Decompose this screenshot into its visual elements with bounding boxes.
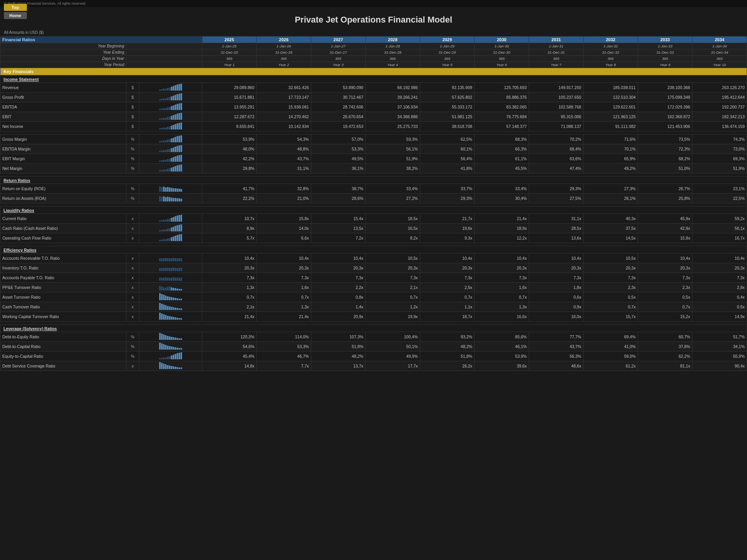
cell-9: 0,4x (692, 292, 747, 302)
subsection-header-row: Liquidity Ratios (0, 206, 747, 214)
year-header-2030: 2030 (474, 37, 529, 43)
cell-0: 1,3x (202, 283, 256, 292)
cell-9: 14,9x (692, 312, 747, 322)
home-button[interactable]: Home (4, 12, 27, 19)
cell-0: 29.089.860 (202, 83, 256, 93)
cell-2: 53,3% (311, 144, 365, 154)
year-period-row: Year Period Year 1 Year 2 Year 3 Year 4 … (0, 62, 747, 68)
row-chart (139, 312, 202, 322)
cell-7: 15,7x (583, 312, 638, 322)
cell-7: 7,3x (583, 273, 638, 283)
cell-4: 9,3x (420, 233, 474, 243)
cell-7: 132.510.304 (583, 93, 638, 102)
cell-5: 12,2x (474, 233, 529, 243)
row-label: Cash Turnover Ratio (0, 302, 126, 312)
cell-9: 69,3% (692, 154, 747, 164)
cell-5: 83.382.065 (474, 102, 529, 112)
cell-6: 71.088.137 (529, 122, 583, 131)
cell-3: 2,1x (365, 283, 420, 292)
cell-1: 6,6x (256, 233, 311, 243)
cell-6: 0,6x (529, 292, 583, 302)
cell-1: 31,1% (256, 164, 311, 173)
cell-4: 33,7% (420, 184, 474, 194)
row-chart (139, 112, 202, 122)
cell-6: 7,3x (529, 273, 583, 283)
row-label: Equity-to-Capital Ratio (0, 352, 126, 361)
year-header-2025: 2025 (202, 37, 256, 43)
year-header-2031: 2031 (529, 37, 583, 43)
cell-9: 74,3% (692, 135, 747, 144)
subsection-header-row: Leverage (Solvency) Ratios (0, 325, 747, 332)
table-row: EBITDA$13.955.29115.938.08128.742.60637.… (0, 102, 747, 112)
cell-6: 48,6x (529, 361, 583, 371)
cell-3: 34.366.886 (365, 112, 420, 122)
yb-2032: 1-Jan-32 (583, 43, 638, 49)
yb-2033: 1-Jan-33 (638, 43, 692, 49)
cell-3: 0,7x (365, 292, 420, 302)
cell-3: 38,2% (365, 164, 420, 173)
row-label: Cash Ratio (Cash Asset Ratio) (0, 224, 126, 233)
key-financials-section: Key Financials (0, 68, 747, 75)
row-unit: x (126, 214, 139, 224)
cell-2: 51,8% (311, 342, 365, 352)
cell-7: 129.622.601 (583, 102, 638, 112)
cell-6: 77,7% (529, 332, 583, 342)
cell-8: 121.453.906 (638, 122, 692, 131)
cell-8: 42,9x (638, 224, 692, 233)
cell-6: 70,2% (529, 135, 583, 144)
row-label: Accounts Receivable T.O. Ratio (0, 254, 126, 263)
table-row: Net Income$8.655.84110.142.93419.472.653… (0, 122, 747, 131)
cell-9: 20,3x (692, 263, 747, 273)
cell-6: 29,3% (529, 184, 583, 194)
cell-7: 0,7x (583, 302, 638, 312)
cell-5: 33,4% (474, 184, 529, 194)
cell-8: 15,8x (638, 233, 692, 243)
cell-7: 2,3x (583, 283, 638, 292)
top-button[interactable]: Top (4, 4, 27, 11)
row-label: Gross Profit (0, 93, 126, 102)
cell-0: 42,2% (202, 154, 256, 164)
row-label: Working Capital Turnover Ratio (0, 312, 126, 322)
nav-buttons: Top Home (4, 4, 27, 19)
yb-2028: 1-Jan-28 (365, 43, 420, 49)
cell-8: 62,2% (638, 352, 692, 361)
row-chart (139, 254, 202, 263)
year-header-2032: 2032 (583, 37, 638, 43)
row-chart (139, 83, 202, 93)
cell-2: 107,3% (311, 332, 365, 342)
row-unit: % (126, 184, 139, 194)
top-bar: © Profit Vision Financial Services. All … (0, 0, 747, 7)
cell-5: 66,3% (474, 144, 529, 154)
days-in-year-label: Days in Year (0, 56, 126, 62)
row-unit: $ (126, 102, 139, 112)
cell-0: 8.655.841 (202, 122, 256, 131)
cell-6: 0,9x (529, 302, 583, 312)
cell-7: 41,0% (583, 342, 638, 352)
row-unit: % (126, 352, 139, 361)
spacer-row (0, 243, 747, 246)
cell-6: 1,8x (529, 283, 583, 292)
row-label: Current Ratio (0, 214, 126, 224)
table-row: Accounts Payable T.O. Ratiox7,3x7,3x7,3x… (0, 273, 747, 283)
cell-8: 51,0% (638, 164, 692, 173)
cell-9: 34,1% (692, 342, 747, 352)
cell-6: 149.917.250 (529, 83, 583, 93)
cell-8: 10,4x (638, 254, 692, 263)
cell-5: 16,6x (474, 312, 529, 322)
cell-8: 0,7x (638, 302, 692, 312)
cell-5: 1,3x (474, 302, 529, 312)
row-chart (139, 332, 202, 342)
row-unit: x (126, 273, 139, 283)
cell-9: 192.200.737 (692, 102, 747, 112)
cell-5: 0,7x (474, 292, 529, 302)
row-label: EBITDA Margin (0, 144, 126, 154)
yb-2031: 1-Jan-31 (529, 43, 583, 49)
cell-7: 27,3% (583, 184, 638, 194)
cell-2: 10,4x (311, 254, 365, 263)
yb-2027: 1-Jan-27 (311, 43, 365, 49)
row-chart (139, 352, 202, 361)
cell-5: 53,9% (474, 352, 529, 361)
table-row: Inventory T.O. Ratiox20,3x20,3x20,3x20,3… (0, 263, 747, 273)
cell-5: 85.886.376 (474, 93, 529, 102)
cell-6: 56,3% (529, 352, 583, 361)
